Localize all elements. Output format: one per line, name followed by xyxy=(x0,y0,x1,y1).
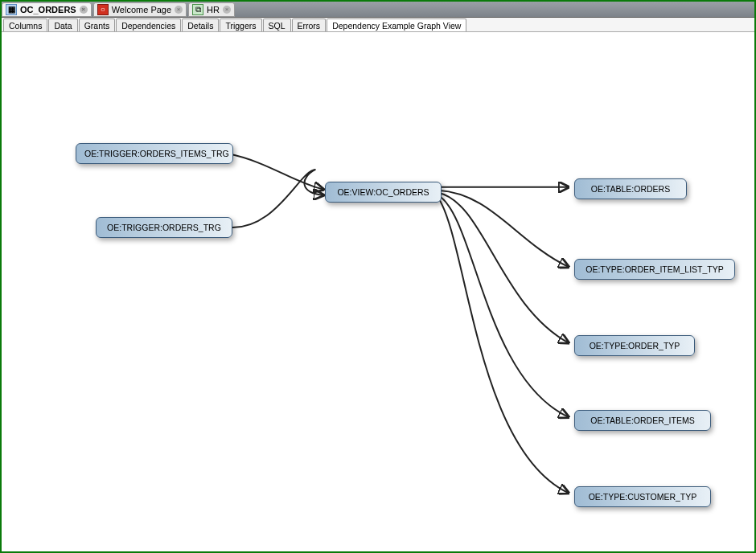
doc-tab-label: OC_ORDERS xyxy=(20,5,76,14)
view-tabbar: Columns Data Grants Dependencies Details… xyxy=(2,18,754,32)
close-icon[interactable]: × xyxy=(80,6,88,14)
document-tabbar: ▦ OC_ORDERS × ○ Welcome Page × ⧉ HR × xyxy=(2,2,754,18)
node-table-order-items[interactable]: OE:TABLE:ORDER_ITEMS xyxy=(574,410,711,431)
doc-tab-hr[interactable]: ⧉ HR × xyxy=(188,2,235,17)
tab-dependencies[interactable]: Dependencies xyxy=(116,18,181,31)
edge-layer xyxy=(3,34,753,550)
node-trigger-orders[interactable]: OE:TRIGGER:ORDERS_TRG xyxy=(96,217,232,238)
tab-dependency-graph[interactable]: Dependency Example Graph View xyxy=(327,18,466,31)
close-icon[interactable]: × xyxy=(175,6,183,14)
node-view-oc-orders[interactable]: OE:VIEW:OC_ORDERS xyxy=(325,182,442,203)
node-table-orders[interactable]: OE:TABLE:ORDERS xyxy=(574,178,687,199)
tab-columns[interactable]: Columns xyxy=(3,18,47,31)
node-type-customer[interactable]: OE:TYPE:CUSTOMER_TYP xyxy=(574,486,711,507)
tab-details[interactable]: Details xyxy=(182,18,219,31)
oracle-icon: ○ xyxy=(97,4,109,15)
doc-tab-label: HR xyxy=(207,5,220,14)
tab-errors[interactable]: Errors xyxy=(292,18,327,31)
app-frame: ▦ OC_ORDERS × ○ Welcome Page × ⧉ HR × Co… xyxy=(0,0,756,553)
node-type-order[interactable]: OE:TYPE:ORDER_TYP xyxy=(574,335,695,356)
close-icon[interactable]: × xyxy=(223,6,231,14)
doc-tab-label: Welcome Page xyxy=(112,5,171,14)
doc-tab-welcome[interactable]: ○ Welcome Page × xyxy=(93,2,187,17)
tab-triggers[interactable]: Triggers xyxy=(220,18,261,31)
tab-grants[interactable]: Grants xyxy=(79,18,116,31)
node-type-order-item-list[interactable]: OE:TYPE:ORDER_ITEM_LIST_TYP xyxy=(574,259,735,280)
node-trigger-orders-items[interactable]: OE:TRIGGER:ORDERS_ITEMS_TRG xyxy=(76,143,233,164)
dependency-graph-canvas[interactable]: OE:TRIGGER:ORDERS_ITEMS_TRG OE:TRIGGER:O… xyxy=(3,34,753,550)
tab-data[interactable]: Data xyxy=(48,18,77,31)
table-icon: ▦ xyxy=(6,4,17,15)
tab-sql[interactable]: SQL xyxy=(263,18,291,31)
doc-tab-oc-orders[interactable]: ▦ OC_ORDERS × xyxy=(2,2,92,17)
sql-icon: ⧉ xyxy=(192,4,203,15)
